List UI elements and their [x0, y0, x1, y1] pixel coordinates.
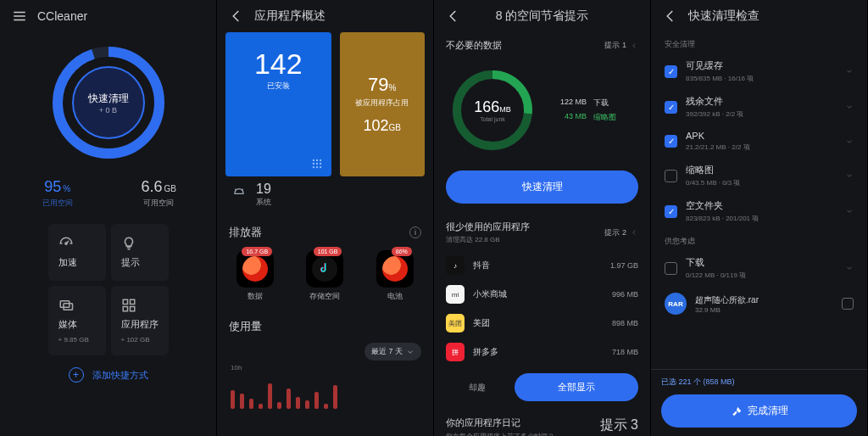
svg-point-11 [312, 159, 314, 161]
app-name: 抖音 [473, 260, 602, 271]
app-size: 1.97 GB [610, 261, 638, 270]
clean-item-row[interactable]: 空文件夹823/823 kB · 201/201 项 [653, 193, 865, 229]
range-selector[interactable]: 最近 7 天 [364, 343, 421, 361]
group-review: 供您考虑 [653, 229, 865, 250]
drain-label: 数据 [248, 291, 263, 302]
drain-badge: 16.7 GB [242, 247, 272, 256]
drain-label: 存储空间 [309, 291, 340, 302]
drainer-item[interactable]: 86%电池 [376, 250, 414, 302]
tip-2-toggle[interactable]: 提示 2 [604, 227, 638, 238]
add-shortcut-button[interactable]: + 添加快捷方式 [55, 355, 162, 394]
usage-bar [287, 388, 291, 409]
downloads-row[interactable]: 下载 0/122 MB · 0/119 项 [653, 250, 865, 286]
clean-item-row[interactable]: 可见缓存835/835 MB · 16/16 项 [653, 53, 865, 89]
ring-sub: + 0 B [99, 106, 117, 115]
rar-file-row[interactable]: RAR 超声随心所欲.rar 32.9 MB [653, 286, 865, 321]
boost-card[interactable]: 加速 [48, 224, 106, 281]
grid-icon [121, 298, 136, 313]
svg-point-13 [319, 159, 320, 161]
info-icon[interactable]: i [409, 226, 421, 238]
usage-bar [240, 394, 244, 409]
svg-point-12 [315, 159, 317, 161]
ring-label: 快速清理 [88, 92, 129, 106]
rare-app-row[interactable]: 拼拼多多718 MB [434, 338, 650, 366]
checkbox[interactable] [842, 298, 854, 310]
installed-box[interactable]: 142 已安装 [225, 32, 331, 176]
app-size: 718 MB [612, 348, 638, 356]
drain-badge: 86% [392, 247, 412, 256]
drainer-item[interactable]: 16.7 GB数据 [236, 250, 274, 302]
gauge-icon [58, 236, 74, 251]
grid-dots-icon [311, 158, 323, 170]
chevron-down-icon [845, 264, 854, 272]
app-size: 898 MB [612, 319, 638, 327]
usage-chart [217, 375, 433, 409]
clean-item-row[interactable]: 残余文件392/392 kB · 2/2 项 [653, 89, 865, 125]
android-icon [231, 187, 248, 204]
back-icon[interactable] [229, 8, 244, 24]
svg-point-20 [236, 191, 237, 192]
skip-button[interactable]: 却趣 [446, 382, 508, 394]
app-name: 拼多多 [473, 346, 604, 358]
checkbox[interactable] [665, 262, 677, 275]
usage-bar [305, 400, 309, 409]
checkbox[interactable] [665, 101, 677, 114]
chevron-down-icon [845, 207, 854, 215]
quick-clean-ring[interactable]: 快速清理 + 0 B [45, 39, 172, 166]
drain-badge: 101 GB [314, 247, 342, 256]
drainer-item[interactable]: 101 GB存储空间 [306, 250, 343, 302]
app-name: 小米商城 [473, 288, 604, 300]
menu-icon[interactable] [12, 8, 27, 24]
plus-icon: + [69, 367, 84, 383]
svg-point-18 [315, 166, 317, 168]
checkbox[interactable] [665, 205, 677, 218]
svg-rect-9 [123, 307, 127, 311]
svg-point-17 [312, 166, 314, 168]
usage-bar [324, 404, 328, 409]
rar-icon: RAR [665, 293, 687, 315]
quick-clean-button[interactable]: 快速清理 [446, 170, 638, 204]
svg-rect-7 [123, 299, 127, 304]
svg-point-16 [319, 163, 320, 165]
rare-app-row[interactable]: mi小米商城996 MB [434, 280, 650, 309]
occupied-box[interactable]: 79% 被应用程序占用 102GB [340, 32, 426, 176]
clean-item-row[interactable]: 缩略图0/43.5 MB · 0/3 项 [653, 158, 865, 193]
diary-title: 你的应用程序日记 [446, 416, 554, 429]
usage-bar [296, 397, 300, 409]
system-apps-row[interactable]: 19 系统 [217, 176, 433, 208]
media-card[interactable]: 媒体 + 9.85 GB [48, 286, 106, 355]
page-title: 快速清理检查 [688, 8, 855, 24]
usage-bar [259, 404, 263, 409]
free-space-stat: 6.6GB 可用空间 [108, 178, 210, 209]
rare-app-row[interactable]: 美团美团898 MB [434, 309, 650, 338]
usage-bar [231, 390, 235, 409]
section-rare-apps: 很少使用的应用程序 [446, 221, 530, 233]
checkbox[interactable] [665, 65, 677, 78]
svg-point-21 [241, 191, 242, 192]
usage-heading: 使用量 [229, 319, 262, 334]
show-all-button[interactable]: 全部显示 [515, 373, 638, 401]
app-title: CCleaner [37, 9, 204, 23]
page-title: 应用程序概述 [254, 8, 421, 24]
tips-card[interactable]: 提示 [111, 224, 169, 281]
clean-item-row[interactable]: APK21.2/21.2 MB · 2/2 项 [653, 125, 865, 158]
app-icon: mi [446, 285, 465, 304]
checkbox[interactable] [665, 135, 677, 148]
chevron-down-icon [845, 103, 854, 111]
back-icon[interactable] [663, 8, 678, 24]
finish-clean-button[interactable]: 完成清理 [661, 394, 857, 428]
back-icon[interactable] [446, 8, 461, 24]
tip-3-toggle[interactable]: 提示 3 [600, 416, 638, 436]
app-icon: 拼 [446, 343, 465, 361]
tip-1-toggle[interactable]: 提示 1 [604, 40, 638, 51]
app-size: 996 MB [612, 290, 638, 299]
checkbox[interactable] [665, 170, 677, 182]
drain-label: 电池 [387, 291, 403, 302]
svg-rect-8 [130, 299, 134, 304]
usage-bar [314, 392, 319, 409]
apps-card[interactable]: 应用程序 + 102 GB [111, 286, 169, 355]
usage-bar [268, 383, 272, 409]
svg-rect-10 [130, 307, 134, 311]
rare-app-row[interactable]: ♪抖音1.97 GB [434, 251, 650, 280]
chevron-down-icon [845, 171, 854, 180]
